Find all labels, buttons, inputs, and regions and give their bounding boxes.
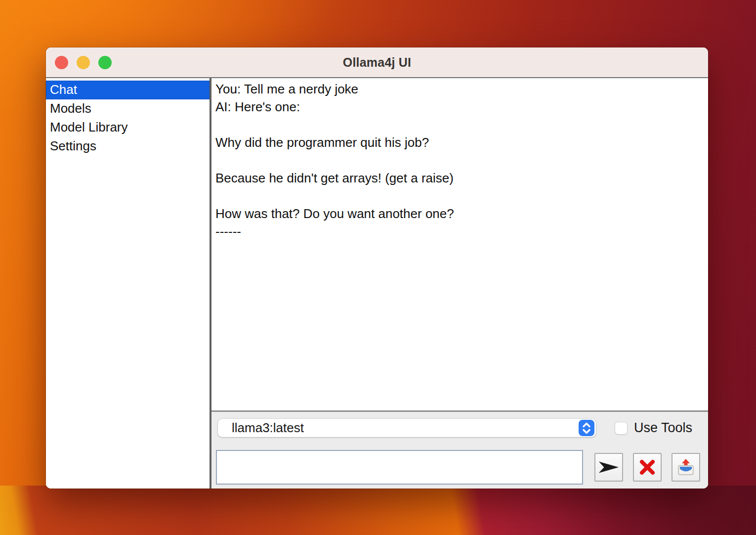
model-select-value: llama3:latest: [218, 420, 304, 436]
message-input[interactable]: [216, 450, 583, 485]
wallpaper-bottom-stripes: [0, 486, 756, 535]
chevrons-glyph: [582, 422, 591, 435]
use-tools-label: Use Tools: [634, 420, 692, 436]
zoom-window-button[interactable]: [98, 56, 112, 69]
send-arrow-icon: [597, 460, 620, 475]
model-select[interactable]: llama3:latest: [218, 419, 596, 437]
sidebar-item-models[interactable]: Models: [46, 99, 210, 118]
close-window-button[interactable]: [55, 56, 68, 69]
window-title: Ollama4j UI: [343, 55, 411, 70]
sidebar-nav: ChatModelsModel LibrarySettings: [46, 78, 210, 489]
cancel-button[interactable]: [633, 453, 662, 482]
red-x-icon: [638, 458, 656, 476]
message-row: [216, 450, 700, 485]
window-content: ChatModelsModel LibrarySettings You: Tel…: [46, 77, 708, 489]
send-button[interactable]: [594, 453, 623, 482]
sidebar-item-chat[interactable]: Chat: [46, 81, 210, 99]
sidebar-item-settings[interactable]: Settings: [46, 137, 210, 156]
chat-pane: You: Tell me a nerdy joke AI: Here's one…: [211, 78, 708, 489]
window-titlebar[interactable]: Ollama4j UI: [46, 47, 708, 77]
chat-controls-panel: llama3:latest Use Tools: [211, 410, 708, 489]
model-row: llama3:latest Use Tools: [218, 419, 708, 437]
upload-button[interactable]: [672, 453, 700, 482]
use-tools-checkbox[interactable]: [615, 422, 628, 435]
sidebar-item-model-library[interactable]: Model Library: [46, 118, 210, 137]
traffic-light-buttons: [55, 47, 120, 77]
outbox-tray-icon: [676, 457, 696, 477]
minimize-window-button[interactable]: [77, 56, 90, 69]
up-down-chevrons-icon[interactable]: [579, 420, 594, 436]
chat-transcript[interactable]: You: Tell me a nerdy joke AI: Here's one…: [211, 78, 708, 410]
app-window: Ollama4j UI ChatModelsModel LibrarySetti…: [46, 47, 708, 489]
